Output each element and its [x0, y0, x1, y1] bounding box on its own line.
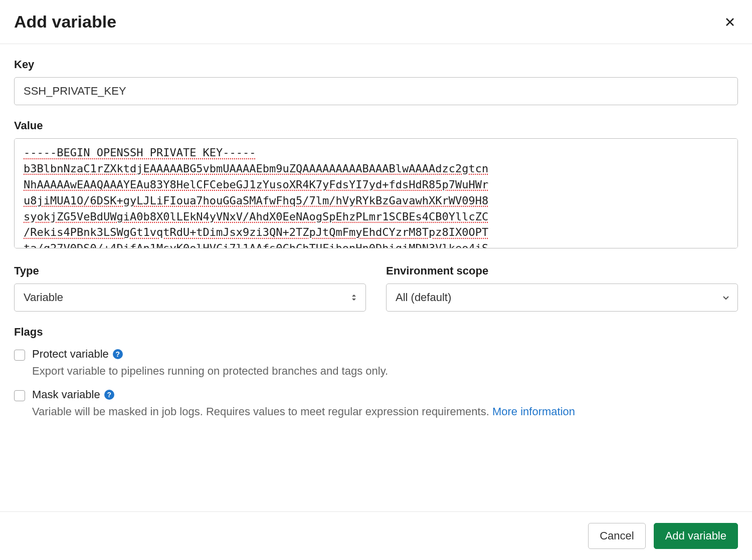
type-scope-row: Type Variable Environment scope All (def… — [14, 264, 738, 312]
key-input[interactable] — [14, 77, 738, 105]
protect-variable-flag: Protect variable ? Export variable to pi… — [14, 348, 738, 379]
scope-label: Environment scope — [386, 264, 738, 277]
protect-checkbox[interactable] — [14, 350, 25, 361]
modal-body: Key Value Type Variable Environment scop… — [0, 44, 752, 511]
scope-select[interactable]: All (default) — [386, 284, 738, 312]
flags-section: Flags Protect variable ? Export variable… — [14, 326, 738, 420]
type-select[interactable]: Variable — [14, 284, 366, 312]
close-button[interactable] — [722, 14, 738, 30]
help-icon[interactable]: ? — [113, 349, 123, 359]
type-label: Type — [14, 264, 366, 277]
mask-label-text: Mask variable — [32, 388, 100, 401]
mask-variable-flag: Mask variable ? Variable will be masked … — [14, 388, 738, 420]
add-variable-button[interactable]: Add variable — [654, 523, 738, 549]
mask-label-line: Mask variable ? — [32, 388, 738, 401]
more-info-link[interactable]: More information — [492, 405, 575, 418]
cancel-button[interactable]: Cancel — [588, 523, 645, 549]
scope-col: Environment scope All (default) — [386, 264, 738, 312]
protect-label-text: Protect variable — [32, 348, 109, 361]
type-select-wrap: Variable — [14, 284, 366, 312]
mask-desc: Variable will be masked in job logs. Req… — [32, 403, 738, 420]
mask-body: Mask variable ? Variable will be masked … — [32, 388, 738, 420]
mask-checkbox[interactable] — [14, 390, 25, 401]
protect-desc: Export variable to pipelines running on … — [32, 363, 738, 379]
help-icon[interactable]: ? — [104, 390, 114, 400]
scope-select-wrap: All (default) — [386, 284, 738, 312]
key-label: Key — [14, 58, 738, 71]
mask-desc-text: Variable will be masked in job logs. Req… — [32, 405, 492, 418]
protect-label-line: Protect variable ? — [32, 348, 738, 361]
modal-title: Add variable — [14, 12, 116, 32]
modal-footer: Cancel Add variable — [0, 511, 752, 560]
close-icon — [724, 16, 736, 28]
protect-body: Protect variable ? Export variable to pi… — [32, 348, 738, 379]
flags-label: Flags — [14, 326, 738, 339]
add-variable-modal: Add variable Key Value Type Variable — [0, 0, 752, 560]
modal-header: Add variable — [0, 0, 752, 44]
value-field-wrap — [14, 138, 738, 250]
value-label: Value — [14, 119, 738, 132]
value-textarea[interactable] — [14, 138, 738, 248]
type-col: Type Variable — [14, 264, 366, 312]
